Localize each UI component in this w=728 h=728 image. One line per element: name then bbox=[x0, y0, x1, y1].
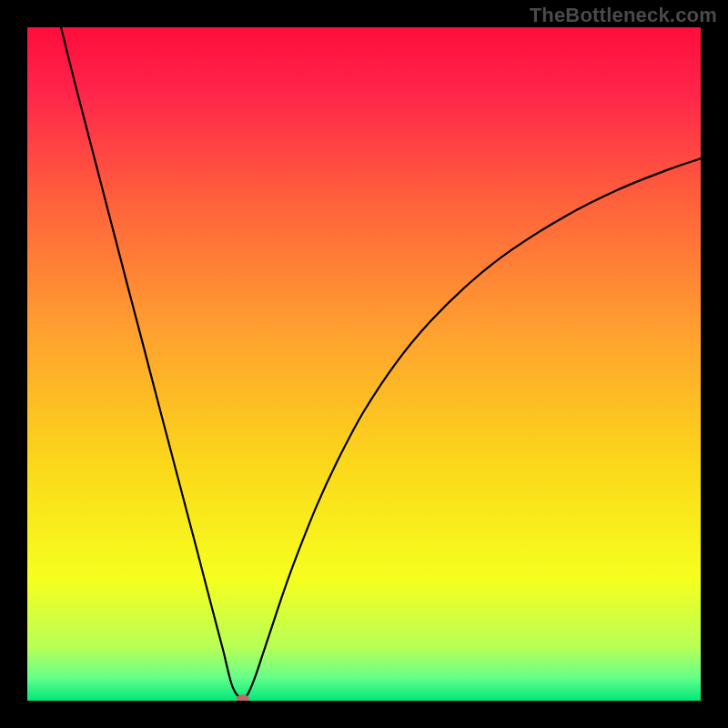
plot-wrap bbox=[27, 27, 701, 701]
watermark-text: TheBottleneck.com bbox=[530, 4, 717, 27]
chart-frame: TheBottleneck.com bbox=[0, 0, 728, 728]
bottleneck-chart bbox=[27, 27, 701, 701]
gradient-background bbox=[27, 27, 701, 701]
